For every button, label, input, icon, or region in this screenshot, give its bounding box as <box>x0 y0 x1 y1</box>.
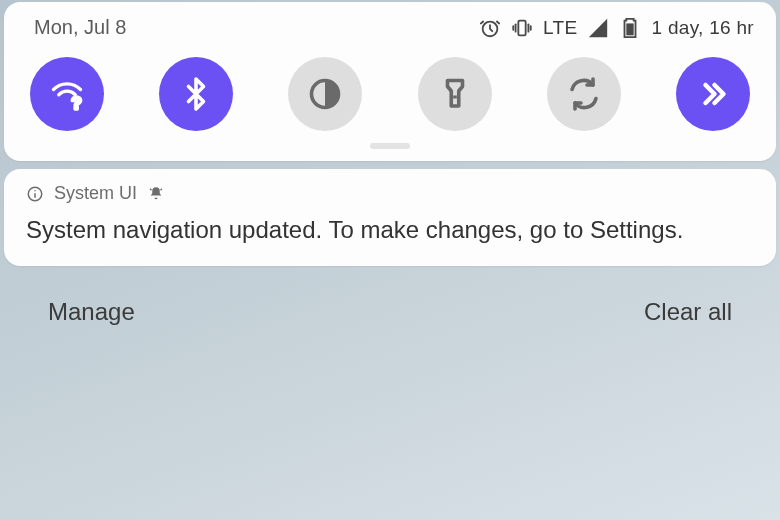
network-type: LTE <box>543 17 577 39</box>
wifi-question-icon: ? <box>49 76 85 112</box>
qs-flashlight-tile[interactable] <box>418 57 492 131</box>
status-icons: LTE 1 day, 16 hr <box>479 17 754 39</box>
battery-estimate: 1 day, 16 hr <box>651 17 754 39</box>
bell-alert-icon <box>147 185 165 203</box>
svg-point-8 <box>34 189 36 191</box>
notification-header: System UI <box>26 183 754 204</box>
alarm-icon <box>479 17 501 39</box>
rotate-sync-icon <box>566 76 602 112</box>
notification-app-name: System UI <box>54 183 137 204</box>
qs-dark-theme-tile[interactable] <box>288 57 362 131</box>
vibrate-icon <box>511 17 533 39</box>
qs-wifi-tile[interactable]: ? <box>30 57 104 131</box>
flashlight-icon <box>437 76 473 112</box>
cellular-signal-icon <box>587 17 609 39</box>
svg-text:?: ? <box>72 94 82 112</box>
qs-autorotate-tile[interactable] <box>547 57 621 131</box>
qs-more-tile[interactable] <box>676 57 750 131</box>
notification-body: System navigation updated. To make chang… <box>26 214 754 246</box>
chevrons-right-icon <box>695 76 731 112</box>
clear-all-button[interactable]: Clear all <box>644 298 732 326</box>
status-date: Mon, Jul 8 <box>34 16 126 39</box>
svg-rect-2 <box>627 23 634 35</box>
quick-settings-panel: Mon, Jul 8 LTE 1 day, 16 hr ? <box>4 2 776 161</box>
qs-bluetooth-tile[interactable] <box>159 57 233 131</box>
bluetooth-icon <box>178 76 214 112</box>
panel-drag-handle[interactable] <box>370 143 410 149</box>
status-bar: Mon, Jul 8 LTE 1 day, 16 hr <box>4 2 776 43</box>
half-circle-icon <box>307 76 343 112</box>
battery-icon <box>619 17 641 39</box>
manage-button[interactable]: Manage <box>48 298 135 326</box>
quick-settings-tiles: ? <box>4 43 776 139</box>
svg-rect-1 <box>518 20 525 35</box>
notification-shade-footer: Manage Clear all <box>4 274 776 326</box>
panel-drag-handle-row <box>4 139 776 161</box>
info-icon <box>26 185 44 203</box>
notification-card[interactable]: System UI System navigation updated. To … <box>4 169 776 266</box>
